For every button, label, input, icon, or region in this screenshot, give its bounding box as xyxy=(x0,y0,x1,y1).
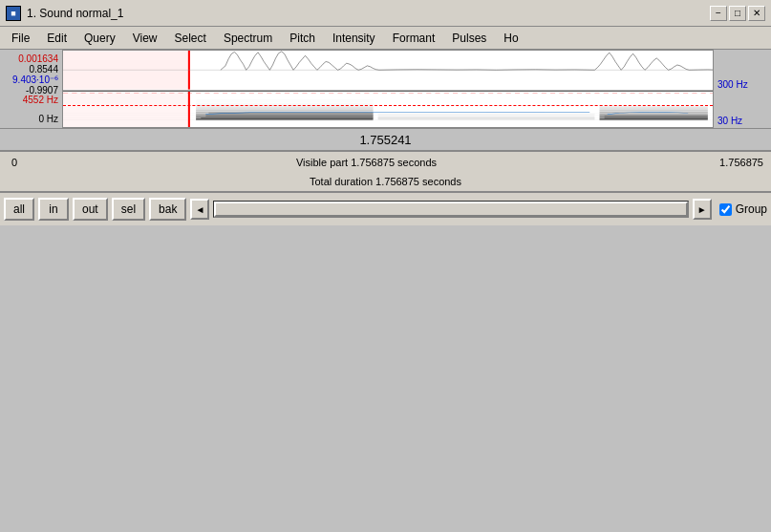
svg-rect-10 xyxy=(196,110,373,111)
svg-rect-11 xyxy=(196,108,373,109)
status-row-1: 0 Visible part 1.756875 seconds 1.756875 xyxy=(0,153,771,172)
all-button[interactable]: all xyxy=(4,198,34,221)
waveform-max-label: 0.8544 xyxy=(0,64,58,74)
spectrogram-display[interactable] xyxy=(63,91,713,127)
bottom-toolbar: all in out sel bak ◄ ► Group xyxy=(0,191,771,225)
group-checkbox-container[interactable]: Group xyxy=(719,202,767,216)
visualization-wrapper: 0.001634 0.8544 9.403·10⁻⁶ -0.9907 4552 … xyxy=(0,50,771,128)
menu-edit[interactable]: Edit xyxy=(39,30,75,47)
svg-rect-17 xyxy=(205,116,373,117)
svg-rect-12 xyxy=(196,106,373,107)
menu-intensity[interactable]: Intensity xyxy=(325,30,383,47)
svg-rect-18 xyxy=(205,114,373,115)
scrollbar-track[interactable] xyxy=(213,201,688,218)
status-total-duration: Total duration 1.756875 seconds xyxy=(4,176,767,187)
svg-rect-22 xyxy=(600,118,708,119)
status-center: Visible part 1.756875 seconds xyxy=(42,157,691,168)
time-display-bar: 1.755241 xyxy=(0,128,771,151)
status-right: 1.756875 xyxy=(691,157,767,168)
frequency-marker-line xyxy=(63,105,713,106)
svg-rect-30 xyxy=(605,117,708,118)
scrollbar-thumb[interactable] xyxy=(214,202,687,217)
svg-rect-15 xyxy=(196,99,373,102)
svg-rect-16 xyxy=(201,117,373,118)
sel-button[interactable]: sel xyxy=(112,198,145,221)
menu-view[interactable]: View xyxy=(125,30,165,47)
menu-select[interactable]: Select xyxy=(167,30,214,47)
right-min-hz-label: 30 Hz xyxy=(717,116,767,126)
plot-area[interactable] xyxy=(62,50,714,128)
waveform-svg xyxy=(63,51,713,90)
scroll-right-button[interactable]: ► xyxy=(693,199,712,220)
window-title: 1. Sound normal_1 xyxy=(27,7,123,20)
svg-rect-27 xyxy=(600,110,708,111)
window-icon: ■ xyxy=(6,6,21,21)
menu-file[interactable]: File xyxy=(4,30,37,47)
title-bar-buttons: − □ ✕ xyxy=(710,6,765,21)
time-value: 1.755241 xyxy=(359,133,411,147)
waveform-display[interactable] xyxy=(63,51,713,91)
waveform-mid-label: 9.403·10⁻⁶ xyxy=(0,74,58,85)
menu-query[interactable]: Query xyxy=(76,30,123,47)
status-row-2: Total duration 1.756875 seconds xyxy=(0,172,771,191)
restore-button[interactable]: □ xyxy=(729,6,746,21)
svg-rect-37 xyxy=(63,91,189,127)
menu-pitch[interactable]: Pitch xyxy=(282,30,323,47)
in-button[interactable]: in xyxy=(38,198,69,221)
right-axis: 300 Hz 30 Hz xyxy=(714,50,771,128)
out-button[interactable]: out xyxy=(73,198,108,221)
menu-bar: File Edit Query View Select Spectrum Pit… xyxy=(0,27,771,50)
bak-button[interactable]: bak xyxy=(149,198,186,221)
menu-formant[interactable]: Formant xyxy=(385,30,443,47)
svg-rect-21 xyxy=(378,117,595,119)
group-checkbox[interactable] xyxy=(719,203,732,216)
status-bar: 0 Visible part 1.756875 seconds 1.756875… xyxy=(0,151,771,191)
menu-ho[interactable]: Ho xyxy=(496,30,525,47)
menu-spectrum[interactable]: Spectrum xyxy=(216,30,280,47)
svg-rect-31 xyxy=(605,116,708,117)
svg-rect-5 xyxy=(196,118,373,119)
menu-pulses[interactable]: Pulses xyxy=(444,30,494,47)
group-label: Group xyxy=(736,202,767,216)
title-bar: ■ 1. Sound normal_1 − □ ✕ xyxy=(0,0,771,27)
right-max-hz-label: 300 Hz xyxy=(717,79,767,90)
freq-marker-label: 4552 Hz xyxy=(0,95,58,105)
status-left: 0 xyxy=(4,157,42,168)
svg-rect-28 xyxy=(600,108,708,109)
spectrogram-svg xyxy=(63,91,713,127)
left-axis: 0.001634 0.8544 9.403·10⁻⁶ -0.9907 4552 … xyxy=(0,50,62,128)
time-cursor-label: 0.001634 xyxy=(0,53,58,64)
spectrogram-zero-label: 0 Hz xyxy=(0,114,58,124)
close-button[interactable]: ✕ xyxy=(748,6,765,21)
svg-rect-29 xyxy=(600,106,708,107)
minimize-button[interactable]: − xyxy=(710,6,727,21)
scroll-left-button[interactable]: ◄ xyxy=(190,199,209,220)
